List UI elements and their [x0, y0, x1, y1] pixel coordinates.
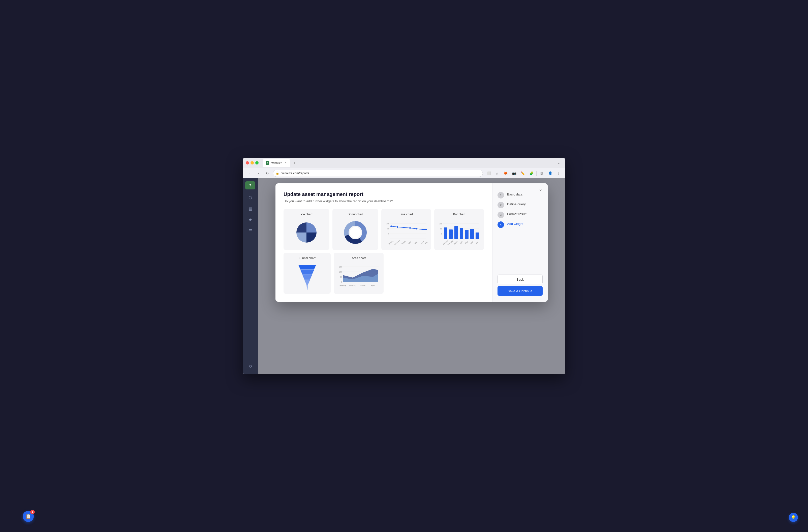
modal-body: Update asset management report Do you wa…	[275, 183, 492, 302]
svg-rect-40	[476, 232, 479, 239]
svg-point-16	[409, 227, 411, 229]
bar-chart-card[interactable]: Bar chart 100	[434, 209, 484, 250]
url-display: twinalize.com/reports	[281, 172, 309, 175]
tab-close-icon[interactable]: ✕	[284, 161, 287, 165]
step-2-item: 2 Define query	[497, 201, 543, 211]
svg-text:0: 0	[341, 281, 342, 283]
tab-favicon-icon: T	[265, 161, 269, 165]
svg-marker-49	[300, 270, 314, 274]
svg-text:February: February	[349, 284, 356, 286]
hint-icon: 💡	[791, 515, 796, 520]
active-tab[interactable]: T twinalize ✕	[263, 159, 290, 167]
browser-window: T twinalize ✕ + ⌄ ‹ › ↻ 🔒 twinalize.com/…	[243, 158, 565, 374]
profile-icon[interactable]: 👤	[547, 170, 554, 177]
cast-icon[interactable]: ⬜	[485, 170, 492, 177]
traffic-lights	[246, 161, 259, 165]
modal-dialog: Update asset management report Do you wa…	[275, 183, 548, 302]
svg-text:February: February	[447, 240, 454, 246]
svg-text:April: April	[459, 241, 463, 245]
extension3-icon[interactable]: 🧩	[528, 170, 535, 177]
svg-rect-39	[470, 229, 474, 239]
step-1-label: Basic data	[507, 191, 522, 201]
bar-chart-visual: 100 50 0	[438, 218, 481, 246]
modal-steps-panel: × 1 Basic data 2 Define query	[492, 183, 548, 302]
back-nav-button[interactable]: ‹	[246, 170, 253, 177]
area-chart-visual: 150 100 50 0 Ja	[337, 263, 380, 290]
svg-point-18	[422, 229, 423, 230]
svg-rect-36	[454, 226, 458, 239]
empty-slot-2	[437, 253, 484, 294]
svg-marker-52	[307, 285, 308, 290]
svg-point-15	[403, 227, 404, 228]
step-3-label: Format result	[507, 211, 527, 221]
svg-text:January: January	[388, 240, 394, 245]
line-chart-title: Line chart	[400, 213, 413, 216]
extension1-icon[interactable]: 🦊	[502, 170, 509, 177]
sidebar-item-refresh[interactable]: ↺	[245, 361, 255, 371]
camera-icon[interactable]: 📷	[511, 170, 518, 177]
svg-text:July: July	[424, 241, 428, 244]
window-controls-icon[interactable]: ⌄	[555, 159, 562, 167]
back-button[interactable]: Back	[497, 274, 543, 284]
svg-text:July: July	[475, 241, 479, 244]
svg-point-14	[397, 226, 398, 228]
svg-text:100: 100	[439, 223, 442, 225]
pie-chart-card[interactable]: Pie chart	[283, 209, 329, 250]
sidebar-item-cube[interactable]: ⬡	[245, 192, 255, 203]
donut-chart-card[interactable]: Donut chart	[332, 209, 378, 250]
svg-point-5	[350, 227, 361, 238]
fab-badge-button[interactable]: 📋 4	[23, 511, 34, 522]
step-4-circle: 4	[497, 222, 504, 228]
line-chart-visual: 100 50 0	[385, 218, 428, 246]
bookmark-icon[interactable]: ☆	[494, 170, 500, 177]
chart-grid-row2: Funnel chart	[283, 253, 484, 294]
svg-text:50: 50	[440, 228, 442, 230]
line-chart-card[interactable]: Line chart 100	[381, 209, 431, 250]
new-tab-button[interactable]: +	[291, 160, 297, 166]
main-page: Update asset management report Do you wa…	[258, 178, 565, 374]
donut-chart-title: Donut chart	[348, 213, 363, 216]
funnel-chart-card[interactable]: Funnel chart	[283, 253, 331, 294]
pie-chart-title: Pie chart	[300, 213, 312, 216]
step-1-item: 1 Basic data	[497, 191, 543, 201]
close-window-button[interactable]	[246, 161, 249, 165]
svg-text:100: 100	[339, 271, 342, 273]
donut-chart-visual	[336, 218, 375, 246]
modal-subtitle: Do you want to add further widgets to sh…	[283, 199, 484, 203]
step-3-item: 3 Format result	[497, 211, 543, 221]
svg-rect-35	[449, 229, 453, 239]
modal-title: Update asset management report	[283, 191, 484, 197]
maximize-window-button[interactable]	[255, 161, 259, 165]
area-chart-card[interactable]: Area chart 150	[334, 253, 384, 294]
tab-label: twinalize	[271, 161, 282, 165]
save-continue-button[interactable]: Save & Continue	[497, 286, 543, 296]
steps-list: 1 Basic data 2 Define query 3	[497, 191, 543, 231]
svg-text:100: 100	[386, 223, 389, 225]
browser-titlebar: T twinalize ✕ + ⌄	[243, 158, 565, 168]
menu-icon[interactable]: ⋮	[555, 170, 562, 177]
svg-text:0: 0	[388, 233, 389, 235]
step-4-label: Add widget	[507, 221, 523, 231]
minimize-window-button[interactable]	[251, 161, 254, 165]
fab-count-badge: 4	[30, 510, 35, 514]
svg-text:0: 0	[441, 233, 442, 235]
forward-nav-button[interactable]: ›	[255, 170, 262, 177]
svg-text:May: May	[414, 241, 418, 245]
hint-button[interactable]: 💡	[789, 513, 798, 522]
svg-text:January: January	[340, 284, 346, 286]
app-sidebar: T ⬡ ▦ ★ ☰ ↺	[243, 178, 258, 374]
svg-text:50: 50	[387, 228, 389, 230]
reload-button[interactable]: ↻	[264, 170, 271, 177]
address-bar[interactable]: 🔒 twinalize.com/reports	[273, 170, 483, 177]
extension2-icon[interactable]: ✏️	[519, 170, 526, 177]
sidebar-item-grid[interactable]: ▦	[245, 204, 255, 214]
funnel-chart-title: Funnel chart	[299, 256, 315, 260]
modal-overlay: Update asset management report Do you wa…	[258, 178, 565, 374]
screen-share-icon[interactable]: 🖥	[538, 170, 545, 177]
svg-marker-51	[305, 280, 310, 285]
sidebar-item-star[interactable]: ★	[245, 215, 255, 225]
svg-text:April: April	[371, 284, 375, 286]
funnel-chart-visual	[287, 263, 327, 290]
area-chart-title: Area chart	[352, 256, 366, 260]
sidebar-item-list[interactable]: ☰	[245, 226, 255, 236]
